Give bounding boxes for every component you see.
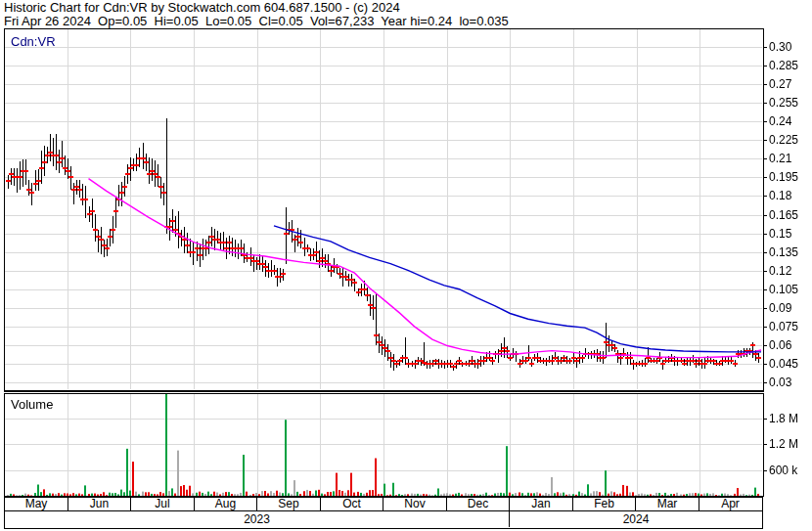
stockwatch-chart-page: Historic Chart for Cdn:VR by Stockwatch.… [0,0,812,531]
year-label-2023: 2023 [5,511,510,527]
month-label-feb: Feb [573,498,636,510]
month-label-jan: Jan [510,498,573,510]
volume-axis-label: 600 k [769,464,797,477]
month-label-apr: Apr [699,498,761,510]
month-label-jun: Jun [68,498,131,510]
year-axis-row: 20232024 [4,511,763,529]
month-label-aug: Aug [195,498,257,510]
month-label-oct: Oct [321,498,383,510]
month-label-jul: Jul [131,498,195,510]
month-label-sep: Sep [257,498,321,510]
symbol-label: Cdn:VR [11,34,56,49]
volume-axis: 1.8 M1.2 M600 k [766,0,812,531]
month-label-dec: Dec [447,498,510,510]
month-label-may: May [5,498,68,510]
month-label-nov: Nov [383,498,447,510]
year-label-2024: 2024 [510,511,762,527]
price-volume-chart-canvas [0,0,812,531]
month-label-mar: Mar [636,498,699,510]
volume-panel-label: Volume [11,397,53,412]
month-axis-row: MayJunJulAugSepOctNovDecJanFebMarApr [4,497,763,511]
volume-axis-label: 1.2 M [769,437,798,451]
volume-axis-label: 1.8 M [769,412,798,425]
